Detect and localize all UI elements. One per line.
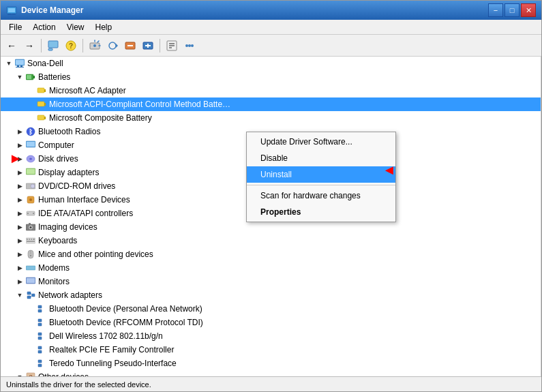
svg-point-10 [93, 44, 96, 47]
tree-item-modems[interactable]: ▶ Modems [1, 261, 541, 275]
svg-rect-69 [26, 266, 35, 270]
bluetooth-icon: ᛒ [25, 126, 36, 137]
svg-rect-62 [29, 239, 30, 240]
svg-rect-36 [44, 103, 46, 104]
toolbar-refresh[interactable] [104, 37, 121, 54]
svg-rect-77 [38, 305, 42, 308]
disk-icon [25, 153, 36, 164]
dvd-label: DVD/CD-ROM drives [38, 181, 115, 191]
svg-rect-72 [27, 292, 31, 295]
svg-line-76 [31, 295, 32, 297]
toolbar-properties[interactable] [164, 37, 180, 54]
svg-text:?: ? [69, 42, 73, 50]
svg-rect-83 [38, 346, 42, 349]
ctx-update-driver[interactable]: Update Driver Software... [247, 134, 395, 150]
bluetooth-label: Bluetooth Radios [38, 127, 100, 136]
toolbar: ← → ? [1, 35, 541, 57]
other-icon: ? [25, 372, 36, 376]
expand-display[interactable]: ▶ [14, 167, 25, 178]
toolbar-extra[interactable] [181, 37, 198, 54]
svg-point-22 [188, 44, 191, 47]
tree-item-keyboards[interactable]: ▶ Keyboards [1, 234, 541, 247]
svg-rect-33 [44, 89, 46, 91]
svg-rect-31 [27, 75, 31, 79]
toolbar-back[interactable]: ← [3, 37, 20, 54]
svg-rect-2 [8, 14, 11, 14]
expand-sona-dell[interactable]: ▼ [3, 58, 14, 69]
expand-network[interactable]: ▼ [14, 290, 25, 301]
svg-rect-78 [38, 310, 42, 312]
ide-label: IDE ATA/ATAPI controllers [38, 209, 133, 218]
toolbar-scan[interactable] [87, 37, 103, 54]
tree-item-other[interactable]: ▼ ? Other devices [1, 370, 541, 376]
tree-item-imaging[interactable]: ▶ Imaging devices [1, 220, 541, 234]
imaging-icon [25, 222, 36, 232]
toolbar-help[interactable]: ? [63, 37, 79, 54]
expand-batteries[interactable]: ▼ [14, 72, 25, 82]
svg-rect-37 [44, 104, 46, 106]
toolbar-up[interactable] [45, 37, 61, 54]
svg-rect-40 [44, 118, 46, 119]
ctx-disable[interactable]: Disable [247, 150, 395, 166]
maximize-button[interactable]: □ [505, 3, 520, 17]
expand-monitors[interactable]: ▶ [14, 276, 25, 287]
expand-keyboards[interactable]: ▶ [14, 235, 25, 246]
tree-item-batteries[interactable]: ▼ Batteries [1, 70, 541, 84]
tree-item-ms-acpi[interactable]: ▶ Microsoft ACPI-Compliant Control Metho… [1, 97, 541, 111]
toolbar-add[interactable] [140, 37, 156, 54]
battery-icon [25, 72, 36, 82]
window-icon [6, 5, 17, 16]
tree-item-bt-pan[interactable]: ▶ Bluetooth Device (Personal Area Networ… [1, 302, 541, 316]
svg-text:?: ? [29, 374, 32, 376]
expand-imaging[interactable]: ▶ [14, 222, 25, 232]
expand-other[interactable]: ▼ [14, 372, 25, 376]
svg-rect-30 [33, 76, 35, 78]
menu-action[interactable]: Action [27, 21, 61, 33]
device-manager-window: Device Manager − □ ✕ File Action View He… [0, 0, 542, 392]
tree-item-ms-ac[interactable]: ▶ Microsoft AC Adapter [1, 84, 541, 97]
toolbar-remove[interactable] [122, 37, 138, 54]
tree-item-bt-rfcomm[interactable]: ▶ Bluetooth Device (RFCOMM Protocol TDI) [1, 316, 541, 329]
display-icon [25, 167, 36, 178]
expand-bluetooth[interactable]: ▶ [14, 126, 25, 137]
minimize-button[interactable]: − [488, 3, 503, 17]
tree-item-mice[interactable]: ▶ Mice and other pointing devices [1, 247, 541, 261]
status-bar: Uninstalls the driver for the selected d… [1, 376, 541, 391]
close-button[interactable]: ✕ [521, 3, 536, 17]
expand-disk[interactable]: ▶ [14, 153, 25, 164]
tree-item-ms-comp[interactable]: ▶ Microsoft Composite Battery [1, 111, 541, 125]
window-title: Device Manager [21, 5, 488, 15]
tree-item-realtek[interactable]: ▶ Realtek PCIe FE Family Controller [1, 343, 541, 357]
toolbar-forward[interactable]: → [21, 37, 37, 54]
menu-view[interactable]: View [61, 21, 90, 33]
ctx-uninstall[interactable]: Uninstall [247, 166, 395, 183]
ac-adapter-icon [36, 85, 47, 96]
expand-dvd[interactable]: ▶ [14, 181, 25, 192]
menu-file[interactable]: File [3, 21, 27, 33]
sona-dell-label: Sona-Dell [27, 59, 63, 68]
computer-icon [14, 58, 25, 69]
modems-label: Modems [38, 263, 70, 273]
svg-rect-86 [38, 364, 42, 367]
svg-rect-74 [32, 294, 35, 297]
menu-help[interactable]: Help [90, 21, 118, 33]
dvd-icon [25, 181, 36, 192]
ctx-scan[interactable]: Scan for hardware changes [247, 187, 395, 204]
svg-rect-27 [20, 65, 22, 67]
ctx-properties[interactable]: Properties [247, 204, 395, 220]
svg-rect-80 [38, 323, 42, 326]
monitors-label: Monitors [38, 277, 70, 286]
svg-point-21 [185, 44, 188, 47]
expand-mice[interactable]: ▶ [14, 249, 25, 260]
tree-item-sona-dell[interactable]: ▼ Sona-Dell [1, 57, 541, 70]
expand-modems[interactable]: ▶ [14, 262, 25, 273]
expand-computer[interactable]: ▶ [14, 140, 25, 151]
tree-item-teredo[interactable]: ▶ Teredo Tunneling Pseudo-Interface [1, 357, 541, 370]
tree-item-dell-wifi[interactable]: ▶ Dell Wireless 1702 802.11b/g/n [1, 329, 541, 343]
tree-item-monitors[interactable]: ▶ Monitors [1, 275, 541, 288]
svg-text:ᛒ: ᛒ [29, 128, 33, 136]
tree-item-network[interactable]: ▼ Network adapters [1, 288, 541, 302]
realtek-icon [36, 344, 47, 355]
expand-hid[interactable]: ▶ [14, 194, 25, 205]
expand-ide[interactable]: ▶ [14, 208, 25, 219]
